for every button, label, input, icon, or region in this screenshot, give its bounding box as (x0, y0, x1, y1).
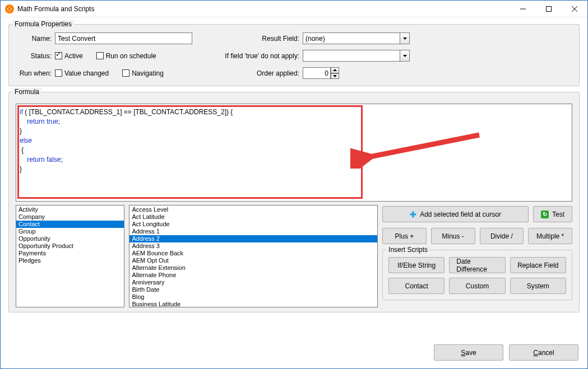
order-applied-spinner[interactable] (303, 67, 339, 79)
add-field-button[interactable]: ✚ Add selected field at cursor (382, 206, 529, 222)
result-field-value: (none) (305, 35, 325, 43)
if-true-label: If field 'true' do not apply: (221, 52, 303, 60)
svg-marker-4 (403, 38, 407, 40)
fields-item[interactable]: Blog (129, 293, 377, 301)
titlebar: Math Formula and Scripts (1, 1, 587, 17)
system-button[interactable]: System (510, 278, 566, 294)
order-applied-input[interactable] (303, 67, 331, 79)
save-button[interactable]: Save (434, 344, 503, 361)
custom-button[interactable]: Custom (449, 278, 505, 294)
if-true-combo[interactable] (303, 50, 410, 62)
test-label: Test (552, 211, 564, 218)
maximize-button[interactable] (536, 1, 562, 17)
dropdown-arrow-icon (400, 50, 409, 61)
add-field-label: Add selected field at cursor (420, 211, 501, 218)
fields-item[interactable]: Address 1 (129, 228, 377, 235)
fields-item[interactable]: Business Latitude (129, 301, 377, 307)
status-label: Status: (17, 52, 55, 60)
fields-item[interactable]: Act Longitude (129, 221, 377, 228)
fields-item[interactable]: Act Latitude (129, 213, 377, 221)
tables-item[interactable]: Contact (16, 221, 124, 228)
app-icon (5, 4, 14, 13)
value-changed-checkbox-wrap[interactable]: Value changed (55, 69, 109, 77)
window: Math Formula and Scripts Formula Propert… (0, 0, 588, 369)
insert-scripts-group: Insert Scripts If/Else String Date Diffe… (382, 250, 572, 300)
fields-item[interactable]: AEM Opt Out (129, 257, 377, 264)
plus-button[interactable]: Plus + (382, 228, 427, 244)
order-applied-label: Order applied: (221, 69, 303, 77)
schedule-checkbox-wrap[interactable]: Run on schedule (96, 52, 156, 60)
fields-item[interactable]: Address 3 (129, 242, 377, 250)
result-field-label: Result Field: (221, 35, 303, 43)
datediff-button[interactable]: Date Difference (449, 257, 505, 273)
tables-item[interactable]: Pledges (16, 257, 124, 264)
spinner-up[interactable] (331, 67, 339, 73)
value-changed-checkbox[interactable] (55, 69, 62, 77)
plus-icon: ✚ (410, 210, 416, 219)
formula-properties-legend: Formula Properties (12, 20, 74, 28)
navigating-checkbox[interactable] (122, 69, 129, 77)
client-area: Formula Properties Name: Result Field: (… (1, 17, 587, 325)
fields-item[interactable]: Anniversary (129, 279, 377, 286)
fields-item[interactable]: Birth Date (129, 286, 377, 293)
formula-legend: Formula (12, 88, 41, 96)
spinner-buttons (331, 67, 339, 79)
active-checkbox-wrap[interactable]: Active (55, 52, 83, 60)
highlight-overlay (17, 105, 363, 199)
navigating-checkbox-wrap[interactable]: Navigating (122, 69, 164, 77)
tables-item[interactable]: Activity (16, 206, 124, 213)
ifelse-button[interactable]: If/Else String (388, 257, 445, 273)
minus-button[interactable]: Minus - (431, 228, 475, 244)
window-title: Math Formula and Scripts (17, 5, 94, 13)
svg-marker-7 (333, 75, 337, 77)
run-when-label: Run when: (17, 69, 55, 77)
dropdown-arrow-icon (400, 33, 409, 44)
spinner-down[interactable] (331, 73, 339, 80)
window-controls (510, 1, 587, 17)
active-checkbox-label: Active (64, 52, 83, 60)
navigating-checkbox-label: Navigating (132, 69, 164, 77)
tables-item[interactable]: Company (16, 213, 124, 221)
operator-buttons: ✚ Add selected field at cursor ↻ Test Pl… (382, 205, 572, 307)
tables-item[interactable]: Opportunity (16, 235, 124, 242)
formula-code-editor[interactable]: if ( [TBL_CONTACT.ADDRESS_1] == [TBL_CON… (16, 104, 572, 202)
multiple-button[interactable]: Multiple * (528, 228, 572, 244)
schedule-checkbox[interactable] (96, 52, 104, 59)
cancel-button[interactable]: Cancel (509, 344, 578, 361)
fields-item[interactable]: Address 2 (129, 235, 377, 242)
fields-item[interactable]: Alternate Extension (129, 264, 377, 272)
fields-listbox[interactable]: Access LevelAct LatitudeAct LongitudeAdd… (129, 205, 378, 307)
name-label: Name: (17, 35, 55, 43)
footer-buttons: Save Cancel (434, 344, 578, 361)
tables-listbox[interactable]: ActivityCompanyContactGroupOpportunityOp… (16, 205, 124, 307)
insert-scripts-legend: Insert Scripts (386, 246, 430, 254)
fields-item[interactable]: Access Level (129, 206, 377, 213)
active-checkbox[interactable] (55, 52, 62, 59)
test-button[interactable]: ↻ Test (533, 206, 572, 222)
formula-properties-group: Formula Properties Name: Result Field: (… (8, 24, 580, 86)
fields-item[interactable]: Alternate Phone (129, 272, 377, 279)
formula-group: Formula if ( [TBL_CONTACT.ADDRESS_1] == … (8, 92, 580, 312)
contact-button[interactable]: Contact (388, 278, 445, 294)
tables-item[interactable]: Opportunity Product (16, 242, 124, 250)
divide-button[interactable]: Divide / (480, 228, 524, 244)
result-field-combo[interactable]: (none) (303, 32, 410, 44)
replace-button[interactable]: Replace Field (510, 257, 566, 273)
test-icon: ↻ (541, 211, 549, 218)
minimize-button[interactable] (510, 1, 536, 17)
schedule-checkbox-label: Run on schedule (106, 52, 156, 60)
svg-marker-6 (333, 69, 337, 71)
tables-item[interactable]: Payments (16, 250, 124, 257)
svg-rect-1 (547, 7, 552, 12)
value-changed-checkbox-label: Value changed (64, 69, 109, 77)
svg-marker-5 (403, 55, 407, 57)
name-input[interactable] (55, 32, 192, 44)
close-button[interactable] (562, 1, 587, 17)
tables-item[interactable]: Group (16, 228, 124, 235)
fields-item[interactable]: AEM Bounce Back (129, 250, 377, 257)
